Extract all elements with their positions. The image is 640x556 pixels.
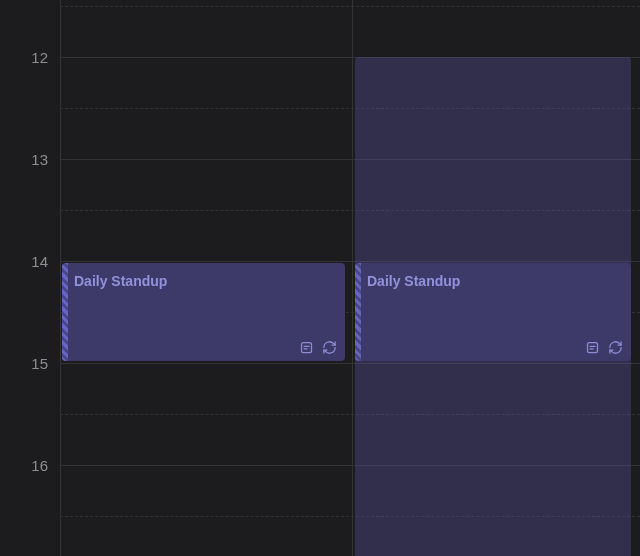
gridline-hour [60, 261, 640, 262]
gutter-separator [60, 0, 61, 556]
gridline-half-hour [60, 516, 640, 517]
calendar-event[interactable]: Daily Standup [62, 263, 345, 361]
event-title: Daily Standup [367, 273, 460, 289]
notes-icon [299, 340, 314, 355]
calendar-event[interactable]: Daily Standup [355, 263, 631, 361]
gridline-half-hour [60, 108, 640, 109]
notes-icon [585, 340, 600, 355]
gridline-hour [60, 57, 640, 58]
hour-label: 12 [0, 49, 48, 66]
recurring-icon [608, 340, 623, 355]
gridline-hour [60, 363, 640, 364]
hour-label: 13 [0, 151, 48, 168]
gridline-half-hour [60, 210, 640, 211]
svg-rect-0 [302, 343, 312, 353]
gridline-half-hour [60, 414, 640, 415]
column-separator [352, 0, 353, 556]
hour-label: 14 [0, 253, 48, 270]
event-title: Daily Standup [74, 273, 167, 289]
gridline-half-hour [60, 6, 640, 7]
gridline-hour [60, 159, 640, 160]
event-badges [299, 340, 337, 355]
calendar-day-grid[interactable]: 1213141516Daily StandupDaily Standup [0, 0, 640, 556]
svg-rect-3 [588, 343, 598, 353]
hour-label: 15 [0, 355, 48, 372]
hour-label: 16 [0, 457, 48, 474]
recurring-icon [322, 340, 337, 355]
event-badges [585, 340, 623, 355]
gridline-hour [60, 465, 640, 466]
